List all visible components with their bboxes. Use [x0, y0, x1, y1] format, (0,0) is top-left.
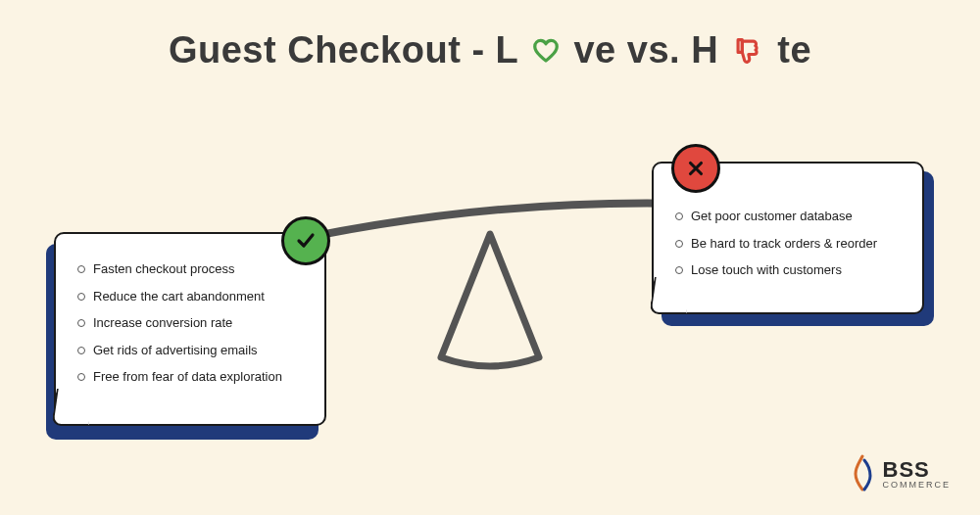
list-item: Free from fear of data exploration [77, 363, 303, 391]
check-icon [294, 229, 318, 253]
list-item: Get poor customer database [675, 203, 901, 230]
list-item: Increase conversion rate [77, 309, 303, 337]
logo-sub: COMMERCE [883, 481, 952, 490]
brand-logo: BSS COMMERCE [850, 454, 952, 493]
heart-icon [531, 36, 561, 66]
page-curl-icon [51, 389, 93, 426]
list-item: Fasten checkout process [77, 256, 303, 283]
hate-card: Get poor customer database Be hard to tr… [652, 162, 924, 314]
title-part-1: Guest Checkout - L [169, 29, 518, 71]
list-item: Lose touch with customers [675, 257, 901, 284]
hate-list: Get poor customer database Be hard to tr… [675, 203, 901, 284]
page-title: Guest Checkout - L ve vs. H te [0, 27, 980, 71]
title-part-2: ve vs. H [573, 29, 718, 71]
page-curl-icon [649, 277, 691, 314]
love-card: Fasten checkout process Reduce the cart … [54, 232, 326, 426]
flame-icon [850, 454, 875, 493]
love-list: Fasten checkout process Reduce the cart … [77, 256, 303, 391]
list-item: Get rids of advertising emails [77, 337, 303, 364]
thumbs-down-icon [731, 34, 764, 68]
cross-icon [685, 158, 707, 179]
list-item: Be hard to track orders & reorder [675, 230, 901, 258]
title-part-3: te [777, 29, 811, 71]
list-item: Reduce the cart abandonment [77, 283, 303, 310]
cross-badge [671, 144, 720, 193]
logo-main: BSS [883, 459, 952, 481]
